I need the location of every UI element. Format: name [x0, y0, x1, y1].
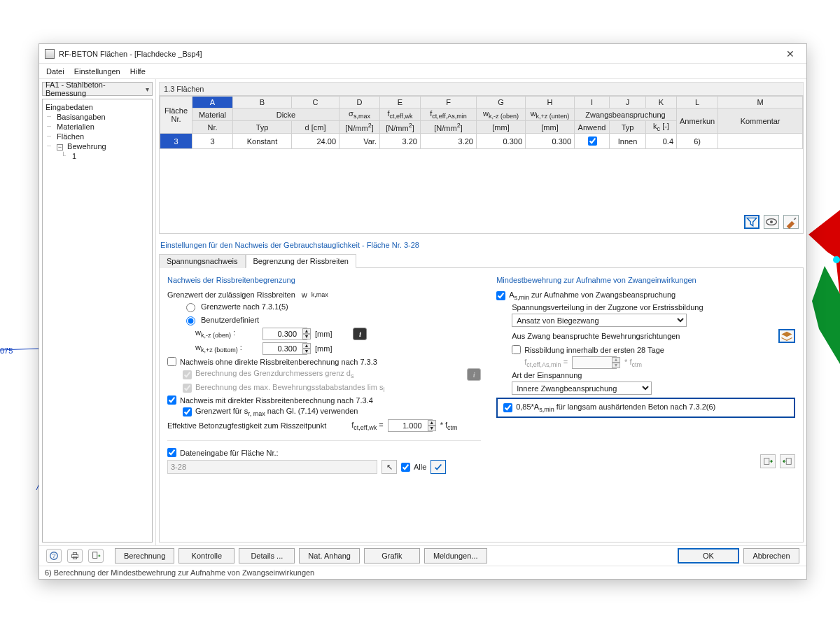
wk-oben-field[interactable] [262, 328, 307, 340]
group-crack-limit: Nachweis der Rissbreitenbegrenzung Grenz… [167, 274, 482, 536]
tab-crack-body: Nachweis der Rissbreitenbegrenzung Grenz… [159, 267, 804, 542]
fcteff-field[interactable] [388, 419, 433, 432]
spinner-icon[interactable]: ▲▼ [302, 343, 311, 354]
pick-icon[interactable] [783, 215, 799, 229]
col-I[interactable]: I [575, 97, 610, 108]
dialog-buttons: ? Berechnung Kontrolle Details ... Nat. … [39, 545, 806, 566]
layers-icon[interactable] [778, 329, 795, 343]
col-A[interactable]: A [192, 97, 233, 108]
table-row[interactable]: 3 3 Konstant 24.00 Var. 3.20 3.20 0.300 … [160, 134, 803, 149]
info-icon[interactable]: i [353, 328, 367, 340]
export-report-icon[interactable] [88, 549, 104, 563]
label-restraint: Art der Einspannung [496, 371, 795, 379]
import-icon[interactable] [780, 454, 795, 468]
loadcase-dropdown-label: FA1 - Stahlbeton-Bemessung [46, 80, 146, 97]
col-B[interactable]: B [233, 97, 292, 108]
svg-text:075: 075 [0, 346, 13, 355]
help-icon[interactable]: ? [46, 549, 62, 563]
svg-text:?: ? [52, 552, 55, 559]
svg-rect-8 [764, 458, 769, 465]
combo-restraint: Innere Zwangbeanspruchung [496, 382, 795, 395]
col-D[interactable]: D [340, 97, 380, 108]
input-wk-oben: wk,-z (oben) : ▲▼ [mm] i [167, 328, 481, 340]
close-icon[interactable]: ✕ [780, 48, 801, 59]
menu-settings[interactable]: Einstellungen [74, 67, 120, 76]
tab-crack[interactable]: Begrenzung der Rissbreiten [246, 254, 356, 268]
col-E[interactable]: E [380, 97, 421, 108]
nav-tree: Eingabedaten Basisangaben Materialien Fl… [42, 99, 153, 542]
col-G[interactable]: G [477, 97, 526, 108]
loadcase-dropdown[interactable]: FA1 - Stahlbeton-Bemessung ▾ [42, 82, 153, 96]
cancel-button[interactable]: Abbrechen [743, 548, 799, 564]
titlebar: RF-BETON Flächen - [Flachdecke _Bsp4] ✕ [39, 44, 806, 64]
check-button[interactable]: Kontrolle [178, 548, 234, 564]
restraint-select[interactable]: Innere Zwangbeanspruchung [512, 382, 652, 395]
sidebar: FA1 - Stahlbeton-Bemessung ▾ Eingabedate… [39, 79, 156, 545]
label-wkmax: Grenzwert der zulässigen Rissbreiten wk,… [167, 290, 481, 299]
col-F[interactable]: F [421, 97, 477, 108]
tree-basic[interactable]: Basisangaben [44, 112, 150, 122]
chk-734[interactable]: Nachweis mit direkter Rissbreitenberechn… [167, 396, 481, 405]
grid-toolbar [744, 215, 799, 229]
export-icon[interactable] [760, 454, 776, 468]
spinner-icon[interactable]: ▲▼ [302, 328, 311, 340]
grid-wrap: FlächeNr. A B C D E F G H I J K [159, 95, 804, 234]
radio-731-5[interactable]: Grenzwerte nach 7.3.1(5) [167, 301, 481, 312]
tree-root[interactable]: Eingabedaten [44, 102, 150, 112]
col-H[interactable]: H [526, 97, 575, 108]
chk-085[interactable]: 0,85*As,min für langsam aushärtenden Bet… [503, 402, 788, 413]
print-icon[interactable] [67, 549, 83, 563]
messages-button[interactable]: Meldungen... [424, 548, 487, 564]
chk-lim-sl: Berechnung des max. Bewehrungsstababstan… [167, 383, 481, 393]
tab-stress[interactable]: Spannungsnachweis [159, 254, 246, 268]
zwang-anwend-checkbox[interactable] [588, 136, 597, 146]
cursor-icon[interactable]: ↖ [382, 460, 397, 474]
bending-select[interactable]: Ansatz von Biegezwang [512, 314, 687, 327]
chevron-down-icon: ▾ [146, 85, 149, 93]
label-stress-dist: Spannungsverteilung in der Zugzone vor E… [496, 303, 795, 312]
spinner-icon[interactable]: ▲▼ [428, 420, 436, 431]
app-icon [45, 49, 55, 59]
settings-heading: Einstellungen für den Nachweis der Gebra… [159, 238, 804, 252]
tree-reinforcement-label: Bewehrung [67, 142, 106, 150]
info-icon: i [467, 368, 481, 381]
annex-button[interactable]: Nat. Anhang [299, 548, 360, 564]
menu-help[interactable]: Hilfe [130, 67, 146, 76]
tree-reinforcement-1[interactable]: 1 [44, 151, 150, 161]
details-button[interactable]: Details ... [239, 548, 295, 564]
col-L[interactable]: L [677, 97, 718, 108]
svg-rect-13 [73, 553, 76, 555]
col-C[interactable]: C [292, 97, 340, 108]
tree-reinforcement[interactable]: − Bewehrung [44, 141, 150, 151]
spinner-icon: ▲▼ [612, 357, 620, 368]
chk-714[interactable]: Grenzwert für sr, max nach Gl. (7.14) ve… [167, 407, 481, 417]
minus-icon[interactable]: − [57, 144, 63, 150]
apply-icon[interactable] [430, 460, 446, 474]
grid[interactable]: FlächeNr. A B C D E F G H I J K [160, 96, 803, 149]
grid-title: 1.3 Flächen [159, 82, 804, 96]
graphic-button[interactable]: Grafik [364, 548, 420, 564]
eye-icon[interactable] [764, 215, 779, 229]
status-bar: 6) Berechnung der Mindestbewehrung zur A… [39, 566, 806, 579]
calc-button[interactable]: Berechnung [115, 548, 174, 564]
col-J[interactable]: J [610, 97, 646, 108]
ok-button[interactable]: OK [678, 548, 739, 564]
tree-materials[interactable]: Materialien [44, 122, 150, 132]
chk-asmin[interactable]: As,min zur Aufnahme von Zwangsbeanspruch… [496, 290, 795, 301]
chk-all[interactable]: Alle [401, 463, 426, 472]
menu-file[interactable]: Datei [46, 67, 64, 76]
main-panel: 1.3 Flächen FlächeNr. A B [156, 79, 806, 545]
chk-28days[interactable]: Rissbildung innerhalb der ersten 28 Tage [496, 345, 795, 354]
wk-unten-field[interactable] [262, 342, 307, 355]
filter-icon[interactable] [744, 215, 760, 229]
data-surface-value-row: ↖ Alle [167, 460, 481, 474]
tree-surfaces[interactable]: Flächen [44, 132, 150, 141]
surface-list-field [167, 460, 377, 474]
col-M[interactable]: M [718, 97, 803, 108]
chk-733[interactable]: Nachweis ohne direkte Rissbreitenberechn… [167, 357, 481, 366]
col-K[interactable]: K [646, 97, 677, 108]
chk-data-surface[interactable]: Dateneingabe für Fläche Nr.: [167, 448, 279, 457]
radio-user[interactable]: Benutzerdefiniert [167, 314, 481, 326]
settings-tabs: Spannungsnachweis Begrenzung der Rissbre… [159, 253, 804, 267]
dialog-window: RF-BETON Flächen - [Flachdecke _Bsp4] ✕ … [38, 43, 807, 580]
